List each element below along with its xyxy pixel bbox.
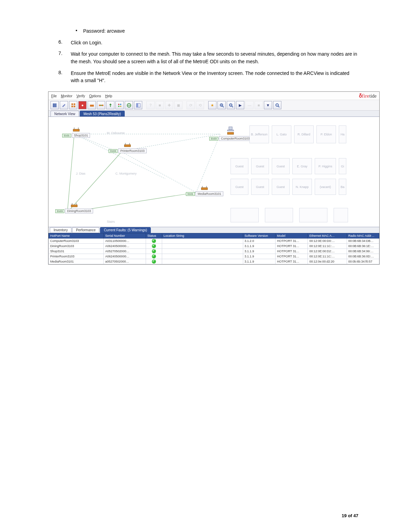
tab-performance[interactable]: Performance — [72, 227, 99, 233]
svg-rect-41 — [124, 145, 131, 147]
col-location[interactable]: Location String — [162, 233, 243, 239]
node-media-tag: 3101 — [186, 192, 195, 196]
menu-help[interactable]: Help — [105, 94, 112, 98]
tb-disabled-1: ? — [146, 101, 155, 109]
ghost-guest-5: Guest — [251, 179, 269, 195]
table-row[interactable]: DiningRoom3103A06240500000…3.1.1.9HOTPOR… — [49, 244, 379, 249]
tb-node-icon[interactable] — [88, 101, 96, 109]
node-dining-tag: 3103 — [55, 209, 64, 213]
svg-rect-6 — [74, 106, 75, 107]
cell-sn: a05270502000… — [104, 259, 146, 264]
col-eth-mac[interactable]: Ethernet MAC A… — [308, 233, 347, 239]
node-computer[interactable]: 3103 ComputerRoom3103 — [209, 126, 252, 141]
node-printer[interactable]: 3103 PrinterRoom3103 — [109, 143, 147, 153]
network-canvas[interactable]: 3101 Shop3101 M. Osbourne 3103 PrinterRo… — [48, 117, 379, 227]
svg-rect-1 — [54, 103, 55, 107]
svg-rect-7 — [90, 104, 93, 107]
table-row[interactable]: PrinterRoom3103A06240500000…3.1.1.9HOTPO… — [49, 254, 379, 259]
cell-model: HOTPORT 31… — [276, 254, 308, 259]
ghost-ba: Ba — [339, 179, 346, 195]
cell-rad: 00:0B:6B:34:DB… — [347, 239, 379, 244]
cell-name: MediaRoom3101 — [49, 259, 104, 264]
cell-loc — [162, 259, 243, 264]
tb-disabled-7: — — [245, 101, 254, 109]
table-row[interactable]: ComputerRoom3103A03110500000…3.1.2.0HOTP… — [49, 239, 379, 244]
tb-disabled-4: ◼ — [174, 101, 182, 109]
status-ok-icon — [152, 259, 156, 264]
menu-options[interactable]: Options — [89, 94, 101, 98]
tb-zoomin-icon[interactable] — [217, 101, 226, 109]
node-shop[interactable]: 3101 Shop3101 — [62, 127, 90, 138]
node-media[interactable]: 3101 MediaRoom3101 — [186, 186, 223, 196]
tb-layout-icon[interactable] — [134, 101, 142, 109]
col-version[interactable]: Software Version — [243, 233, 275, 239]
table-row[interactable]: MediaRoom3101a05270502000…3.1.1.9HOTPORT… — [49, 259, 379, 264]
tab-mesh[interactable]: Mesh 53 (Plans2Reality) — [80, 111, 125, 117]
label-jdias: J. Dias — [76, 172, 86, 175]
table-row[interactable]: Shop3101A05270502000…3.1.1.9HOTPORT 31…0… — [49, 249, 379, 254]
tb-edit-icon[interactable] — [60, 101, 68, 109]
ghost-bjefferson: B. Jefferson — [249, 125, 269, 143]
tb-alert-icon[interactable]: ● — [78, 101, 87, 109]
ghost-nknapp: N. Knapp — [292, 179, 312, 195]
tb-star-icon[interactable]: ★ — [208, 101, 216, 109]
tab-faults[interactable]: Current Faults: (5 Warnings) — [100, 227, 151, 233]
svg-point-11 — [118, 103, 119, 105]
tb-zoomout-icon[interactable] — [227, 101, 235, 109]
cell-status — [146, 249, 162, 254]
tb-upload-icon[interactable] — [106, 101, 114, 109]
ghost-guest-1: Guest — [231, 158, 248, 174]
menubar: File Monitor Verify Options Help ỗfireti… — [48, 92, 379, 100]
cell-rad: 00:0B:6B:36:1E:… — [347, 244, 379, 249]
cell-status — [146, 254, 162, 259]
svg-point-14 — [120, 106, 121, 107]
col-status[interactable]: Status — [146, 233, 162, 239]
col-hotport-name[interactable]: HotPort Name — [49, 233, 104, 239]
cell-name: ComputerRoom3103 — [49, 239, 104, 244]
status-ok-icon — [152, 254, 156, 258]
svg-line-25 — [232, 106, 233, 107]
cell-eth: 00:12:0E:00:D2:… — [308, 249, 347, 254]
node-dining[interactable]: 3103 DiningRoom3103 — [55, 203, 93, 213]
cell-rad: 00:0B:6B:34:99:… — [347, 249, 379, 254]
col-model[interactable]: Model — [276, 233, 308, 239]
cell-loc — [162, 249, 243, 254]
tb-globe-icon[interactable] — [125, 101, 133, 109]
node-dining-label: DiningRoom3103 — [65, 209, 93, 213]
cell-eth: 00:12:0E:00:D0:… — [308, 239, 347, 244]
step-number-6: 6. — [58, 39, 71, 47]
svg-rect-4 — [74, 103, 75, 105]
tb-grid-icon[interactable] — [69, 101, 77, 109]
password-line: Password: arcwave — [83, 27, 125, 35]
cell-sn: A05270502000… — [104, 249, 146, 254]
tb-down-icon[interactable]: ▼ — [264, 101, 272, 109]
col-radio-mac[interactable]: Radio MAC Addr… — [347, 233, 379, 239]
ghost-ha: Ha — [339, 125, 346, 143]
col-serial[interactable]: Serial Number — [104, 233, 146, 239]
menu-verify[interactable]: Verify — [76, 94, 85, 98]
tb-link-icon[interactable] — [97, 101, 105, 109]
tb-right-icon[interactable]: ▶ — [236, 101, 244, 109]
tab-inventory[interactable]: Inventory — [50, 227, 71, 233]
tb-apps-icon[interactable] — [115, 101, 124, 109]
cell-model: HOTPORT 31… — [276, 244, 308, 249]
cell-model: HOTPORT 31… — [276, 259, 308, 264]
svg-rect-47 — [201, 188, 208, 190]
label-osbourne: M. Osbourne — [107, 127, 125, 135]
ghost-guest-3: Guest — [272, 158, 290, 174]
bottom-tabs: Inventory Performance Current Faults: (5… — [48, 227, 379, 233]
app-window: File Monitor Verify Options Help ỗfireti… — [48, 91, 380, 265]
ghost-guest-2: Guest — [251, 158, 269, 174]
cell-model: HOTPORT 31… — [276, 249, 308, 254]
ghost-blank-1 — [231, 208, 259, 222]
inventory-table: HotPort Name Serial Number Status Locati… — [48, 233, 379, 264]
status-ok-icon — [152, 239, 156, 243]
tab-network-view[interactable]: Network View — [51, 111, 79, 117]
tb-zoom-icon[interactable] — [273, 101, 281, 109]
menu-file[interactable]: File — [51, 94, 57, 98]
menu-monitor[interactable]: Monitor — [61, 94, 72, 98]
tb-columns-icon[interactable] — [51, 101, 59, 109]
tb-disabled-3: ✚ — [165, 101, 173, 109]
svg-line-28 — [278, 106, 279, 107]
cell-eth: 00:12:0E:11:1C:… — [308, 244, 347, 249]
